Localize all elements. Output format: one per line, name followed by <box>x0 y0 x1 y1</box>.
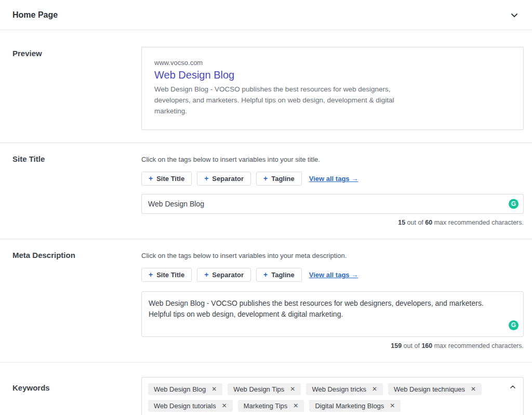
tag-button-label: Separator <box>212 271 244 279</box>
meta-description-textarea[interactable]: Web Design Blog - VOCSO publishes the be… <box>141 291 524 337</box>
insert-site-title-tag-button[interactable]: + Site Title <box>141 268 192 282</box>
grammarly-icon[interactable]: G <box>509 199 518 209</box>
keyword-chip: Web Design tutorials✕ <box>148 400 233 412</box>
remove-keyword-icon[interactable]: ✕ <box>293 403 298 409</box>
keywords-input-box[interactable]: Web Design Blog✕ Web Design Tips✕ Web De… <box>141 377 524 415</box>
site-title-tags-row: + Site Title + Separator + Tagline View … <box>141 172 524 186</box>
insert-site-title-tag-button[interactable]: + Site Title <box>141 172 192 186</box>
serp-url: www.vocso.com <box>154 59 511 67</box>
plus-icon: + <box>149 175 153 182</box>
tag-button-label: Site Title <box>156 175 184 183</box>
plus-icon: + <box>204 175 208 182</box>
remove-keyword-icon[interactable]: ✕ <box>390 403 395 409</box>
serp-preview-box: www.vocso.com Web Design Blog Web Design… <box>141 47 524 130</box>
site-title-label: Site Title <box>0 154 141 226</box>
meta-description-char-counter: 159 out of 160 max recommended character… <box>141 342 524 349</box>
preview-label: Preview <box>0 47 141 130</box>
remove-keyword-icon[interactable]: ✕ <box>211 386 217 392</box>
keyword-chip-label: Marketing Tips <box>244 402 288 410</box>
keyword-chip-label: Web Design tutorials <box>154 402 216 410</box>
site-title-input[interactable] <box>141 194 524 214</box>
keyword-chip-label: Web Design Blog <box>154 385 206 393</box>
tag-button-label: Site Title <box>156 271 184 279</box>
plus-icon: + <box>149 271 153 278</box>
keyword-chip: Web Design tricks✕ <box>306 383 383 395</box>
keyword-chip: Web Design techniques✕ <box>388 383 482 395</box>
keywords-section: Keywords Web Design Blog✕ Web Design Tip… <box>0 362 532 415</box>
remove-keyword-icon[interactable]: ✕ <box>290 386 295 392</box>
meta-description-section: Meta Description Click on the tags below… <box>0 239 532 362</box>
preview-section: Preview www.vocso.com Web Design Blog We… <box>0 30 532 142</box>
keyword-chip-label: Web Design Tips <box>233 385 284 393</box>
keyword-chip: Marketing Tips✕ <box>238 400 304 412</box>
page-title: Home Page <box>12 10 58 20</box>
keyword-chip: Digital Marketing Blogs✕ <box>309 400 401 412</box>
meta-description-label: Meta Description <box>0 251 141 349</box>
keyword-chip-label: Web Design techniques <box>394 385 465 393</box>
keyword-chip-label: Digital Marketing Blogs <box>315 402 384 410</box>
tag-button-label: Tagline <box>271 175 295 183</box>
keywords-label: Keywords <box>0 377 141 415</box>
meta-description-tags-row: + Site Title + Separator + Tagline View … <box>141 268 524 282</box>
tag-button-label: Separator <box>212 175 244 183</box>
plus-icon: + <box>263 271 268 278</box>
plus-icon: + <box>263 175 268 182</box>
remove-keyword-icon[interactable]: ✕ <box>372 386 377 392</box>
view-all-tags-link[interactable]: View all tags → <box>309 175 358 183</box>
chevron-down-icon[interactable] <box>510 11 518 19</box>
home-page-accordion-header[interactable]: Home Page <box>0 0 532 30</box>
serp-description: Web Design Blog - VOCSO publishes the be… <box>154 84 410 117</box>
plus-icon: + <box>204 271 208 278</box>
remove-keyword-icon[interactable]: ✕ <box>222 403 227 409</box>
keyword-chip-label: Web Design tricks <box>312 385 366 393</box>
insert-separator-tag-button[interactable]: + Separator <box>197 268 251 282</box>
site-title-section: Site Title Click on the tags below to in… <box>0 143 532 239</box>
insert-separator-tag-button[interactable]: + Separator <box>197 172 251 186</box>
meta-description-helper-text: Click on the tags below to insert variab… <box>141 251 524 260</box>
serp-title: Web Design Blog <box>154 69 511 81</box>
insert-tagline-tag-button[interactable]: + Tagline <box>256 268 302 282</box>
grammarly-icon[interactable]: G <box>509 320 518 330</box>
keyword-chip: Web Design Tips✕ <box>228 383 301 395</box>
view-all-tags-link[interactable]: View all tags → <box>309 271 358 279</box>
keyword-chip: Web Design Blog✕ <box>148 383 222 395</box>
remove-keyword-icon[interactable]: ✕ <box>471 386 476 392</box>
tag-button-label: Tagline <box>271 271 295 279</box>
site-title-char-counter: 15 out of 60 max recommended characters. <box>141 219 524 226</box>
site-title-helper-text: Click on the tags below to insert variab… <box>141 154 524 163</box>
insert-tagline-tag-button[interactable]: + Tagline <box>256 172 302 186</box>
chevron-up-icon[interactable] <box>509 383 516 391</box>
